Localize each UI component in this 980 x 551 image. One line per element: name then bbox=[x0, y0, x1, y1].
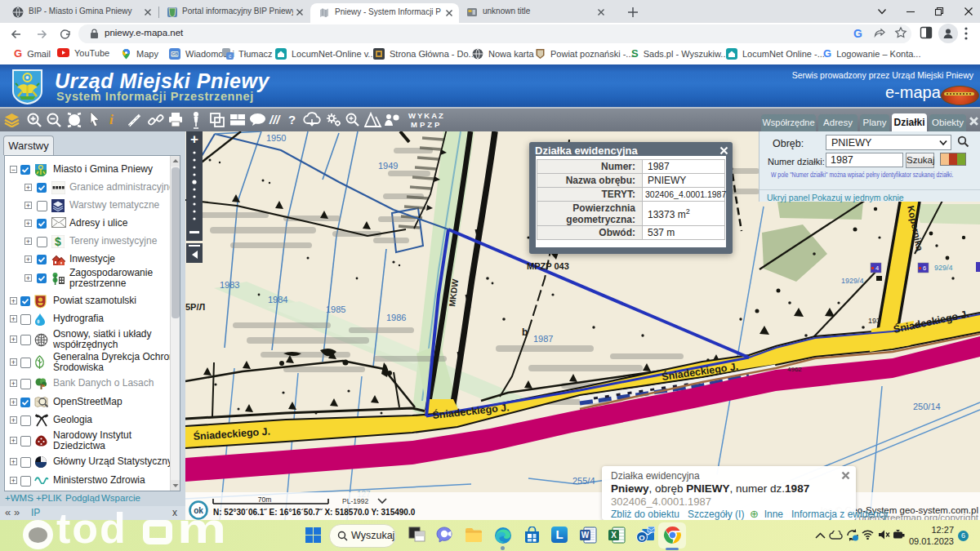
svg-text:GB: GB bbox=[172, 51, 178, 56]
svg-text:1949: 1949 bbox=[378, 161, 398, 171]
svg-text:1986: 1986 bbox=[386, 313, 406, 322]
svg-text:929/4: 929/4 bbox=[934, 264, 953, 272]
svg-text:255/4: 255/4 bbox=[572, 476, 595, 486]
svg-text:4962: 4962 bbox=[787, 366, 802, 373]
svg-text:1929/4: 1929/4 bbox=[841, 277, 864, 285]
svg-text:N: 52°30´06.1˝ E: 16°16´50.7˝: N: 52°30´06.1˝ E: 16°16´50.7˝ X: 518570.… bbox=[213, 508, 416, 517]
svg-text:MPZP 043: MPZP 043 bbox=[527, 261, 569, 271]
svg-text:1950: 1950 bbox=[266, 133, 286, 143]
svg-text:250/14: 250/14 bbox=[913, 402, 941, 411]
svg-text:W: W bbox=[581, 531, 590, 540]
svg-text:1984: 1984 bbox=[268, 295, 287, 304]
svg-text:1985: 1985 bbox=[326, 304, 345, 314]
svg-text:6: 6 bbox=[923, 264, 926, 272]
svg-text:X: X bbox=[611, 531, 617, 540]
svg-text:70m: 70m bbox=[258, 495, 272, 504]
svg-text:4: 4 bbox=[875, 264, 879, 272]
svg-text:193: 193 bbox=[868, 317, 880, 325]
svg-text:O: O bbox=[639, 533, 644, 542]
svg-text:b: b bbox=[522, 327, 528, 338]
svg-text:PL-1992: PL-1992 bbox=[342, 497, 368, 505]
svg-text:5P/Л: 5P/Л bbox=[185, 302, 205, 312]
svg-text:$: $ bbox=[55, 235, 61, 248]
svg-text:1983: 1983 bbox=[220, 280, 239, 290]
svg-text:1987: 1987 bbox=[533, 334, 553, 344]
